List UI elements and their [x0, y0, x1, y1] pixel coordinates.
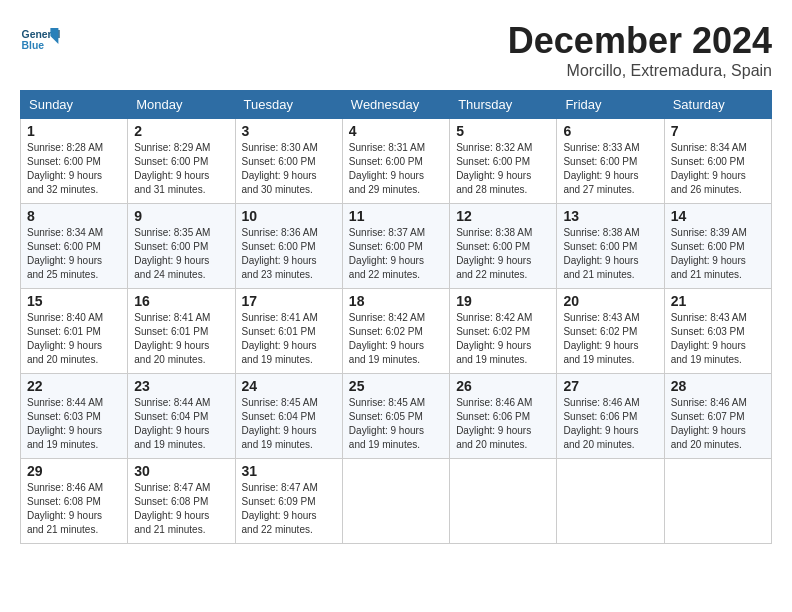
- sunrise-time: Sunrise: 8:41 AM: [134, 312, 210, 323]
- day-info: Sunrise: 8:44 AM Sunset: 6:03 PM Dayligh…: [27, 396, 121, 452]
- sunrise-time: Sunrise: 8:34 AM: [671, 142, 747, 153]
- day-info: Sunrise: 8:47 AM Sunset: 6:09 PM Dayligh…: [242, 481, 336, 537]
- daylight-hours: Daylight: 9 hours and 22 minutes.: [456, 255, 531, 280]
- day-info: Sunrise: 8:34 AM Sunset: 6:00 PM Dayligh…: [27, 226, 121, 282]
- table-row: 28 Sunrise: 8:46 AM Sunset: 6:07 PM Dayl…: [664, 374, 771, 459]
- logo-icon: General Blue: [20, 20, 60, 60]
- sunset-time: Sunset: 6:00 PM: [671, 156, 745, 167]
- table-row: 31 Sunrise: 8:47 AM Sunset: 6:09 PM Dayl…: [235, 459, 342, 544]
- table-row: 13 Sunrise: 8:38 AM Sunset: 6:00 PM Dayl…: [557, 204, 664, 289]
- daylight-hours: Daylight: 9 hours and 29 minutes.: [349, 170, 424, 195]
- daylight-hours: Daylight: 9 hours and 19 minutes.: [456, 340, 531, 365]
- day-number: 26: [456, 378, 550, 394]
- col-tuesday: Tuesday: [235, 91, 342, 119]
- table-row: 1 Sunrise: 8:28 AM Sunset: 6:00 PM Dayli…: [21, 119, 128, 204]
- col-monday: Monday: [128, 91, 235, 119]
- sunset-time: Sunset: 6:00 PM: [27, 156, 101, 167]
- day-info: Sunrise: 8:45 AM Sunset: 6:05 PM Dayligh…: [349, 396, 443, 452]
- day-number: 4: [349, 123, 443, 139]
- day-number: 16: [134, 293, 228, 309]
- col-friday: Friday: [557, 91, 664, 119]
- col-sunday: Sunday: [21, 91, 128, 119]
- sunrise-time: Sunrise: 8:44 AM: [134, 397, 210, 408]
- sunset-time: Sunset: 6:00 PM: [349, 241, 423, 252]
- day-number: 1: [27, 123, 121, 139]
- daylight-hours: Daylight: 9 hours and 21 minutes.: [671, 255, 746, 280]
- col-thursday: Thursday: [450, 91, 557, 119]
- svg-text:Blue: Blue: [22, 40, 45, 51]
- table-row: 18 Sunrise: 8:42 AM Sunset: 6:02 PM Dayl…: [342, 289, 449, 374]
- table-row: 9 Sunrise: 8:35 AM Sunset: 6:00 PM Dayli…: [128, 204, 235, 289]
- daylight-hours: Daylight: 9 hours and 19 minutes.: [242, 425, 317, 450]
- sunset-time: Sunset: 6:04 PM: [134, 411, 208, 422]
- sunset-time: Sunset: 6:09 PM: [242, 496, 316, 507]
- day-info: Sunrise: 8:36 AM Sunset: 6:00 PM Dayligh…: [242, 226, 336, 282]
- day-number: 12: [456, 208, 550, 224]
- sunset-time: Sunset: 6:00 PM: [134, 156, 208, 167]
- daylight-hours: Daylight: 9 hours and 27 minutes.: [563, 170, 638, 195]
- daylight-hours: Daylight: 9 hours and 22 minutes.: [242, 510, 317, 535]
- sunrise-time: Sunrise: 8:45 AM: [242, 397, 318, 408]
- day-number: 7: [671, 123, 765, 139]
- sunrise-time: Sunrise: 8:34 AM: [27, 227, 103, 238]
- sunset-time: Sunset: 6:02 PM: [349, 326, 423, 337]
- sunset-time: Sunset: 6:08 PM: [27, 496, 101, 507]
- table-row: 23 Sunrise: 8:44 AM Sunset: 6:04 PM Dayl…: [128, 374, 235, 459]
- sunset-time: Sunset: 6:01 PM: [134, 326, 208, 337]
- sunset-time: Sunset: 6:01 PM: [242, 326, 316, 337]
- day-info: Sunrise: 8:38 AM Sunset: 6:00 PM Dayligh…: [456, 226, 550, 282]
- day-info: Sunrise: 8:46 AM Sunset: 6:07 PM Dayligh…: [671, 396, 765, 452]
- table-row: 30 Sunrise: 8:47 AM Sunset: 6:08 PM Dayl…: [128, 459, 235, 544]
- table-row: [342, 459, 449, 544]
- day-number: 11: [349, 208, 443, 224]
- sunrise-time: Sunrise: 8:33 AM: [563, 142, 639, 153]
- sunrise-time: Sunrise: 8:29 AM: [134, 142, 210, 153]
- month-title: December 2024: [508, 20, 772, 62]
- sunrise-time: Sunrise: 8:46 AM: [563, 397, 639, 408]
- day-info: Sunrise: 8:45 AM Sunset: 6:04 PM Dayligh…: [242, 396, 336, 452]
- table-row: [450, 459, 557, 544]
- table-row: 25 Sunrise: 8:45 AM Sunset: 6:05 PM Dayl…: [342, 374, 449, 459]
- day-number: 31: [242, 463, 336, 479]
- sunrise-time: Sunrise: 8:43 AM: [563, 312, 639, 323]
- daylight-hours: Daylight: 9 hours and 22 minutes.: [349, 255, 424, 280]
- table-row: 24 Sunrise: 8:45 AM Sunset: 6:04 PM Dayl…: [235, 374, 342, 459]
- day-number: 22: [27, 378, 121, 394]
- table-row: 29 Sunrise: 8:46 AM Sunset: 6:08 PM Dayl…: [21, 459, 128, 544]
- daylight-hours: Daylight: 9 hours and 19 minutes.: [349, 425, 424, 450]
- sunset-time: Sunset: 6:00 PM: [349, 156, 423, 167]
- table-row: 17 Sunrise: 8:41 AM Sunset: 6:01 PM Dayl…: [235, 289, 342, 374]
- daylight-hours: Daylight: 9 hours and 20 minutes.: [671, 425, 746, 450]
- sunset-time: Sunset: 6:00 PM: [563, 241, 637, 252]
- daylight-hours: Daylight: 9 hours and 23 minutes.: [242, 255, 317, 280]
- day-info: Sunrise: 8:47 AM Sunset: 6:08 PM Dayligh…: [134, 481, 228, 537]
- day-info: Sunrise: 8:41 AM Sunset: 6:01 PM Dayligh…: [134, 311, 228, 367]
- day-info: Sunrise: 8:46 AM Sunset: 6:06 PM Dayligh…: [563, 396, 657, 452]
- sunset-time: Sunset: 6:00 PM: [671, 241, 745, 252]
- daylight-hours: Daylight: 9 hours and 21 minutes.: [563, 255, 638, 280]
- daylight-hours: Daylight: 9 hours and 20 minutes.: [134, 340, 209, 365]
- sunset-time: Sunset: 6:06 PM: [456, 411, 530, 422]
- sunset-time: Sunset: 6:06 PM: [563, 411, 637, 422]
- sunrise-time: Sunrise: 8:42 AM: [349, 312, 425, 323]
- day-info: Sunrise: 8:43 AM Sunset: 6:03 PM Dayligh…: [671, 311, 765, 367]
- day-info: Sunrise: 8:30 AM Sunset: 6:00 PM Dayligh…: [242, 141, 336, 197]
- day-number: 3: [242, 123, 336, 139]
- sunrise-time: Sunrise: 8:46 AM: [671, 397, 747, 408]
- sunrise-time: Sunrise: 8:36 AM: [242, 227, 318, 238]
- daylight-hours: Daylight: 9 hours and 20 minutes.: [563, 425, 638, 450]
- location-subtitle: Morcillo, Extremadura, Spain: [508, 62, 772, 80]
- day-number: 18: [349, 293, 443, 309]
- sunset-time: Sunset: 6:02 PM: [563, 326, 637, 337]
- day-info: Sunrise: 8:37 AM Sunset: 6:00 PM Dayligh…: [349, 226, 443, 282]
- day-info: Sunrise: 8:42 AM Sunset: 6:02 PM Dayligh…: [456, 311, 550, 367]
- calendar-week-row: 8 Sunrise: 8:34 AM Sunset: 6:00 PM Dayli…: [21, 204, 772, 289]
- daylight-hours: Daylight: 9 hours and 19 minutes.: [134, 425, 209, 450]
- day-info: Sunrise: 8:46 AM Sunset: 6:06 PM Dayligh…: [456, 396, 550, 452]
- day-number: 23: [134, 378, 228, 394]
- table-row: 16 Sunrise: 8:41 AM Sunset: 6:01 PM Dayl…: [128, 289, 235, 374]
- sunset-time: Sunset: 6:04 PM: [242, 411, 316, 422]
- day-info: Sunrise: 8:31 AM Sunset: 6:00 PM Dayligh…: [349, 141, 443, 197]
- table-row: 14 Sunrise: 8:39 AM Sunset: 6:00 PM Dayl…: [664, 204, 771, 289]
- table-row: 8 Sunrise: 8:34 AM Sunset: 6:00 PM Dayli…: [21, 204, 128, 289]
